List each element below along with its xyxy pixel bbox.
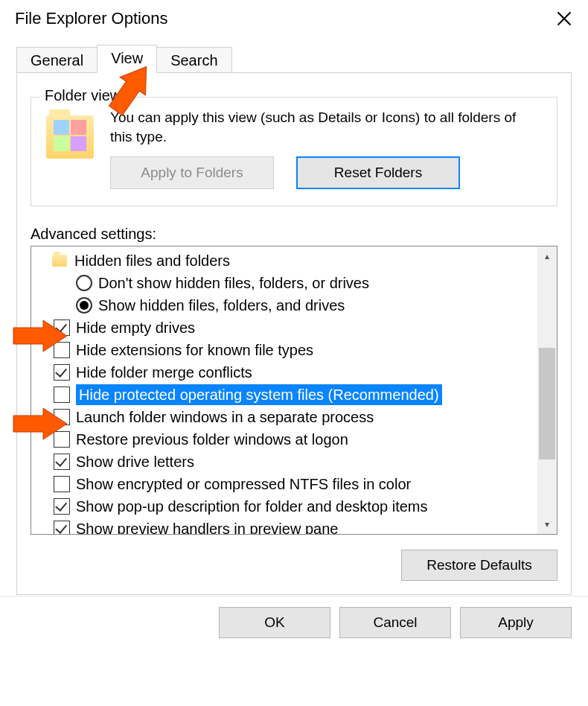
tree-item-label: Show drive letters bbox=[76, 451, 194, 472]
checkbox-icon bbox=[54, 521, 70, 534]
folder-icon bbox=[52, 255, 67, 267]
tree-item-label: Hide extensions for known file types bbox=[76, 340, 313, 360]
tree-checkbox-item[interactable]: Hide folder merge conflicts bbox=[31, 361, 537, 384]
scroll-up-icon[interactable]: ▴ bbox=[537, 247, 557, 266]
folder-views-legend: Folder views bbox=[40, 87, 132, 104]
tree-checkbox-item[interactable]: Show drive letters bbox=[31, 451, 537, 473]
tab-strip: General View Search bbox=[0, 43, 588, 73]
scroll-track[interactable] bbox=[537, 266, 557, 515]
cancel-button[interactable]: Cancel bbox=[339, 607, 451, 638]
tree-checkbox-item[interactable]: Show pop-up description for folder and d… bbox=[31, 495, 537, 518]
folder-icon bbox=[46, 115, 94, 159]
tab-general[interactable]: General bbox=[16, 47, 98, 74]
tree-item-label: Show preview handlers in preview pane bbox=[76, 518, 338, 534]
apply-to-folders-button: Apply to Folders bbox=[110, 156, 274, 189]
tree-checkbox-item[interactable]: Launch folder windows in a separate proc… bbox=[31, 406, 537, 428]
tree-item-label: Hide protected operating system files (R… bbox=[76, 384, 442, 405]
folder-views-group: Folder views You can apply this view (su… bbox=[31, 97, 557, 206]
tab-search[interactable]: Search bbox=[156, 47, 231, 74]
tree-item-label: Show encrypted or compressed NTFS files … bbox=[76, 474, 411, 494]
advanced-settings-tree[interactable]: Hidden files and folders Don't show hidd… bbox=[31, 246, 557, 535]
ok-button[interactable]: OK bbox=[219, 607, 330, 638]
tree-checkbox-item[interactable]: Hide extensions for known file types bbox=[31, 339, 537, 361]
tree-item-label: Restore previous folder windows at logon bbox=[76, 429, 348, 450]
apply-button[interactable]: Apply bbox=[460, 607, 572, 638]
window-title: File Explorer Options bbox=[15, 9, 167, 28]
tree-checkbox-item[interactable]: Hide protected operating system files (R… bbox=[31, 384, 537, 406]
folder-views-text: You can apply this view (such as Details… bbox=[110, 108, 542, 146]
scrollbar[interactable]: ▴ ▾ bbox=[537, 247, 557, 534]
tree-checkbox-item[interactable]: Show encrypted or compressed NTFS files … bbox=[31, 473, 537, 495]
radio-dont-show-hidden[interactable]: Don't show hidden files, folders, or dri… bbox=[31, 272, 537, 294]
tree-item-label: Show pop-up description for folder and d… bbox=[76, 496, 428, 517]
tree-item-label: Launch folder windows in a separate proc… bbox=[76, 407, 374, 427]
tree-checkbox-item[interactable]: Hide empty drives bbox=[31, 317, 537, 339]
tree-item-label: Hide empty drives bbox=[76, 317, 195, 338]
reset-folders-button[interactable]: Reset Folders bbox=[296, 156, 460, 189]
checkbox-icon bbox=[54, 319, 70, 336]
checkbox-icon bbox=[54, 498, 70, 515]
tree-checkbox-item[interactable]: Show preview handlers in preview pane bbox=[31, 518, 537, 534]
restore-defaults-button[interactable]: Restore Defaults bbox=[401, 550, 557, 581]
checkbox-icon bbox=[54, 342, 70, 358]
checkbox-icon bbox=[54, 431, 70, 448]
close-icon[interactable] bbox=[555, 10, 573, 28]
radio-icon bbox=[76, 275, 92, 291]
tree-viewport: Hidden files and folders Don't show hidd… bbox=[31, 247, 537, 534]
tree-checkbox-item[interactable]: Restore previous folder windows at logon bbox=[31, 428, 537, 451]
advanced-settings-label: Advanced settings: bbox=[31, 226, 557, 243]
tree-heading-hidden-files: Hidden files and folders bbox=[31, 249, 537, 272]
dialog-buttons: OK Cancel Apply bbox=[0, 596, 588, 649]
radio-icon bbox=[76, 297, 92, 314]
scroll-thumb[interactable] bbox=[539, 348, 555, 459]
tab-panel-view: Folder views You can apply this view (su… bbox=[16, 72, 572, 595]
scroll-down-icon[interactable]: ▾ bbox=[537, 515, 557, 534]
checkbox-icon bbox=[54, 454, 70, 470]
checkbox-icon bbox=[54, 387, 70, 403]
checkbox-icon bbox=[54, 409, 70, 425]
tree-item-label: Hide folder merge conflicts bbox=[76, 362, 252, 383]
checkbox-icon bbox=[54, 476, 70, 492]
radio-show-hidden[interactable]: Show hidden files, folders, and drives bbox=[31, 294, 537, 317]
titlebar: File Explorer Options bbox=[0, 0, 588, 43]
checkbox-icon bbox=[54, 364, 70, 381]
tab-view[interactable]: View bbox=[97, 45, 157, 73]
